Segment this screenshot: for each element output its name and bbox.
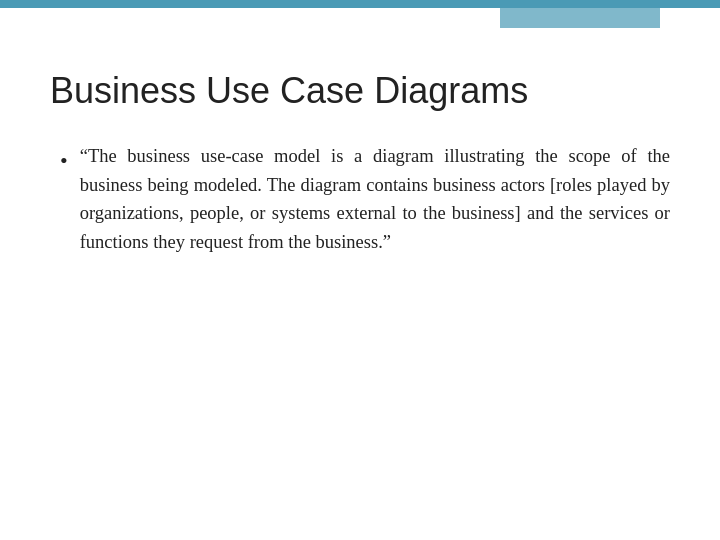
bullet-dot: •	[60, 144, 68, 177]
content-area: • “The business use-case model is a diag…	[50, 142, 670, 257]
bullet-item: • “The business use-case model is a diag…	[60, 142, 670, 257]
slide-container: Business Use Case Diagrams • “The busine…	[0, 0, 720, 540]
bullet-text: “The business use-case model is a diagra…	[80, 142, 670, 257]
top-right-decoration	[500, 0, 660, 28]
slide-title: Business Use Case Diagrams	[50, 70, 670, 112]
